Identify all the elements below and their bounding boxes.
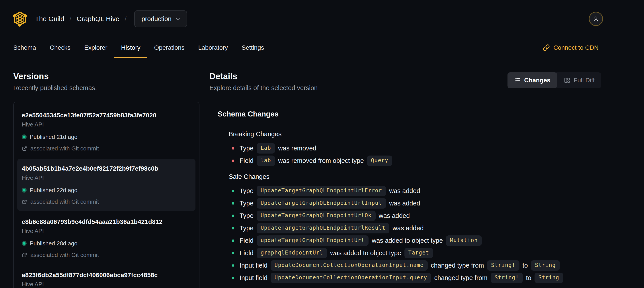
- change-text: was added: [377, 212, 410, 219]
- versions-panel: Versions Recently published schemas. e2e…: [13, 72, 200, 288]
- details-header: Details Explore details of the selected …: [210, 72, 601, 92]
- published-text: Published 22d ago: [30, 186, 77, 194]
- tab-operations[interactable]: Operations: [154, 38, 184, 58]
- published-dot-icon: [22, 134, 26, 139]
- change-text: Type: [240, 224, 255, 232]
- version-list-item[interactable]: a823f6db2a55df877dcf406006abca97fcc4858c…: [17, 265, 196, 288]
- published-dot-icon: [22, 188, 26, 193]
- change-text: was added: [388, 200, 420, 207]
- bullet-dot: [232, 227, 234, 229]
- user-icon: [592, 16, 599, 22]
- published-row: Published 22d ago: [22, 186, 191, 194]
- code-chip: String: [534, 273, 563, 283]
- change-text: was removed: [276, 145, 316, 152]
- changes-view-button[interactable]: Changes: [508, 72, 557, 88]
- published-row: Published 21d ago: [22, 133, 191, 141]
- safe-change-item: Field updateTargetGraphQLEndpointUrl was…: [229, 234, 601, 247]
- change-text: Field: [240, 157, 255, 164]
- details-subtitle: Explore details of the selected version: [210, 84, 318, 92]
- code-chip: UpdateTargetGraphQLEndpointUrlInput: [256, 198, 386, 209]
- full-diff-view-button[interactable]: Full Diff: [557, 72, 601, 88]
- bullet-dot: [232, 190, 234, 192]
- version-list-item[interactable]: c8b6e88a06793b9c4dfd54aaa21b36a1b421d812…: [17, 212, 196, 264]
- connect-to-cdn-label: Connect to CDN: [553, 44, 598, 51]
- safe-change-item: Input field UpdateDocumentCollectionOper…: [229, 271, 601, 284]
- breadcrumb: The Guild / GraphQL Hive / production: [35, 11, 187, 27]
- version-list-item-selected[interactable]: 4b05ab51b1b4a7e2e4b0ef82172f2b9f7ef98c0b…: [17, 159, 196, 211]
- tab-checks[interactable]: Checks: [50, 38, 70, 58]
- target-selector-dropdown[interactable]: production: [134, 11, 187, 27]
- change-text: Input field: [240, 262, 269, 269]
- details-titles: Details Explore details of the selected …: [210, 72, 318, 92]
- version-hash: 4b05ab51b1b4a7e2e4b0ef82172f2b9f7ef98c0b: [22, 164, 191, 173]
- account-avatar-button[interactable]: [589, 12, 603, 26]
- breadcrumb-separator: /: [70, 15, 71, 23]
- tab-explorer[interactable]: Explorer: [84, 38, 107, 58]
- safe-change-item: Type UpdateTargetGraphQLEndpointUrlError…: [229, 185, 601, 197]
- changes-view-label: Changes: [524, 77, 550, 84]
- git-row[interactable]: associated with Git commit: [22, 198, 191, 205]
- version-hash: a823f6db2a55df877dcf406006abca97fcc4858c: [22, 271, 191, 279]
- versions-header: Versions Recently published schemas.: [13, 72, 200, 92]
- change-text: Field: [240, 249, 255, 256]
- breaking-changes-title: Breaking Changes: [229, 130, 601, 138]
- git-association-text: associated with Git commit: [30, 198, 99, 205]
- org-link[interactable]: The Guild: [35, 15, 64, 23]
- change-description: Type UpdateTargetGraphQLEndpointUrlError…: [240, 185, 420, 197]
- change-description: Input field UpdateDocumentCollectionOper…: [240, 259, 561, 271]
- version-service: Hive API: [22, 227, 191, 235]
- safe-change-item: Type UpdateTargetGraphQLEndpointUrlResul…: [229, 222, 601, 234]
- published-row: Published 28d ago: [22, 240, 191, 247]
- change-description: Type Lab was removed: [240, 142, 316, 154]
- code-chip: Lab: [256, 143, 275, 154]
- bullet-dot: [232, 264, 234, 267]
- code-chip: updateTargetGraphQLEndpointUrl: [256, 235, 368, 246]
- tab-schema[interactable]: Schema: [13, 38, 36, 58]
- schema-changes-title: Schema Changes: [218, 109, 601, 119]
- bullet-dot: [232, 214, 234, 217]
- git-association-text: associated with Git commit: [30, 145, 99, 152]
- change-description: Input field UpdateDocumentCollectionOper…: [240, 271, 565, 284]
- connect-to-cdn-link[interactable]: Connect to CDN: [543, 38, 598, 58]
- change-text: was added to object type: [328, 249, 403, 256]
- git-row[interactable]: associated with Git commit: [22, 251, 191, 259]
- code-chip: Query: [367, 156, 392, 166]
- tab-history[interactable]: History: [121, 38, 140, 58]
- nav-spacer: [264, 38, 543, 58]
- bullet-dot: [232, 147, 234, 150]
- tabs: Schema Checks Explorer History Operation…: [13, 38, 264, 58]
- version-list-item[interactable]: e2e55045345ce13fe07f52a77459b83fa3fe7020…: [17, 106, 196, 158]
- bullet-dot: [232, 239, 234, 242]
- safe-changes-title: Safe Changes: [229, 172, 601, 181]
- full-diff-view-label: Full Diff: [574, 77, 594, 84]
- change-text: was added: [388, 187, 420, 194]
- project-link[interactable]: GraphQL Hive: [77, 15, 120, 23]
- change-text: was added: [391, 224, 424, 232]
- bullet-dot: [232, 160, 234, 162]
- change-text: was removed from object type: [276, 157, 366, 164]
- published-text: Published 21d ago: [30, 133, 77, 141]
- change-text: changed type from: [429, 262, 486, 269]
- details-panel: Details Explore details of the selected …: [210, 72, 601, 288]
- hive-honeycomb-logo-icon[interactable]: [13, 11, 27, 27]
- git-association-text: associated with Git commit: [30, 251, 99, 259]
- breaking-changes-list: Type Lab was removed Field lab was remov…: [229, 142, 601, 167]
- versions-list: e2e55045345ce13fe07f52a77459b83fa3fe7020…: [13, 102, 200, 288]
- code-chip: String!: [487, 260, 520, 271]
- external-link-icon: [22, 146, 27, 151]
- change-text: to: [521, 262, 530, 269]
- versions-subtitle: Recently published schemas.: [13, 84, 200, 92]
- external-link-icon: [22, 199, 27, 205]
- main-content: Versions Recently published schemas. e2e…: [0, 58, 644, 288]
- tab-laboratory[interactable]: Laboratory: [198, 38, 228, 58]
- tab-settings[interactable]: Settings: [242, 38, 264, 58]
- schema-changes-section: Schema Changes Breaking Changes Type Lab…: [218, 109, 601, 284]
- git-row[interactable]: associated with Git commit: [22, 145, 191, 152]
- bullet-dot: [232, 252, 234, 254]
- change-description: Field updateTargetGraphQLEndpointUrl was…: [240, 234, 483, 247]
- safe-changes-group: Safe Changes Type UpdateTargetGraphQLEnd…: [229, 172, 601, 284]
- code-chip: UpdateDocumentCollectionOperationInput.n…: [270, 260, 428, 271]
- code-chip: Target: [404, 248, 433, 258]
- bullet-dot: [232, 202, 234, 205]
- code-chip: graphqlEndpointUrl: [256, 248, 327, 258]
